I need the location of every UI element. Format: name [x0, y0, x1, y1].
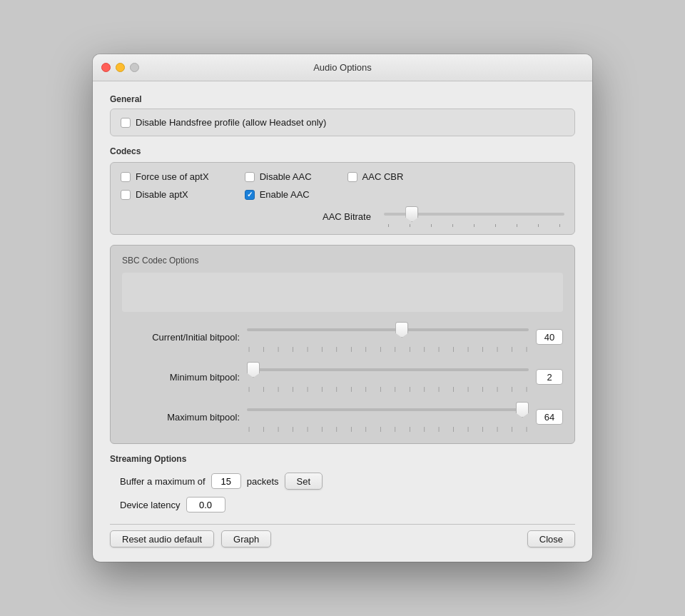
- content-area: General Disable Handsfree profile (allow…: [93, 81, 592, 562]
- buffer-prefix: Buffer a maximum of: [120, 476, 206, 487]
- disable-aptx-label[interactable]: Disable aptX: [136, 189, 188, 200]
- max-bitpool-value[interactable]: 64: [536, 409, 563, 425]
- general-section-box: Disable Handsfree profile (allow Headset…: [110, 108, 575, 136]
- aac-bitrate-label: AAC Bitrate: [323, 211, 371, 222]
- streaming-section-label: Streaming Options: [110, 454, 575, 464]
- max-bitpool-thumb[interactable]: [516, 402, 529, 418]
- codecs-section-label: Codecs: [110, 146, 575, 156]
- current-bitpool-track: [247, 328, 529, 331]
- disable-aptx-row: Disable aptX: [121, 188, 209, 201]
- zoom-window-button[interactable]: [130, 63, 139, 72]
- aac-bitrate-slider-wrap: [384, 206, 564, 227]
- disable-aac-row: Disable AAC: [245, 170, 312, 183]
- max-bitpool-slider-wrap: ||||||||||||||||||||: [247, 402, 529, 432]
- codecs-left-col: Force use of aptX Disable aptX: [121, 170, 209, 201]
- min-bitpool-slider[interactable]: [247, 368, 529, 384]
- sbc-label: SBC Codec Options: [122, 256, 563, 266]
- min-bitpool-label: Minimum bitpool:: [122, 372, 240, 383]
- titlebar: Audio Options: [93, 54, 592, 81]
- force-aptx-row: Force use of aptX: [121, 170, 209, 183]
- current-bitpool-row: Current/Initial bitpool: |||||||||||||||…: [122, 322, 563, 352]
- force-aptx-checkbox[interactable]: [121, 172, 131, 182]
- disable-aac-label[interactable]: Disable AAC: [260, 171, 312, 182]
- current-bitpool-slider-wrap: ||||||||||||||||||||: [247, 322, 529, 352]
- aac-bitrate-ticks: [384, 224, 564, 227]
- enable-aac-row: Enable AAC: [245, 188, 312, 201]
- latency-row: Device latency: [120, 497, 575, 513]
- buffer-value-input[interactable]: [211, 473, 241, 489]
- current-bitpool-label: Current/Initial bitpool:: [122, 332, 240, 343]
- latency-value-input[interactable]: [186, 497, 225, 513]
- min-bitpool-thumb[interactable]: [247, 362, 260, 378]
- aac-bitrate-thumb[interactable]: [405, 206, 418, 222]
- current-bitpool-ticks: ||||||||||||||||||||: [247, 345, 529, 352]
- max-bitpool-track: [247, 408, 529, 411]
- audio-options-window: Audio Options General Disable Handsfree …: [93, 54, 592, 562]
- traffic-lights: [101, 63, 139, 72]
- aac-cbr-label[interactable]: AAC CBR: [362, 171, 404, 182]
- max-bitpool-row: Maximum bitpool: |||||||||||||||||||| 64: [122, 402, 563, 432]
- buffer-suffix: packets: [247, 476, 279, 487]
- footer-buttons: Reset audio default Graph Close: [110, 524, 575, 547]
- min-bitpool-row: Minimum bitpool: |||||||||||||||||||| 2: [122, 362, 563, 392]
- enable-aac-checkbox[interactable]: [245, 190, 255, 200]
- disable-handsfree-row: Disable Handsfree profile (allow Headset…: [121, 116, 564, 129]
- min-bitpool-slider-wrap: ||||||||||||||||||||: [247, 362, 529, 392]
- min-bitpool-value[interactable]: 2: [536, 369, 563, 385]
- disable-aac-checkbox[interactable]: [245, 172, 255, 182]
- general-section-label: General: [110, 94, 575, 104]
- aac-cbr-checkbox[interactable]: [347, 172, 357, 182]
- max-bitpool-slider[interactable]: [247, 408, 529, 424]
- max-bitpool-ticks: ||||||||||||||||||||: [247, 425, 529, 432]
- codecs-center-col: Disable AAC Enable AAC: [245, 170, 312, 201]
- set-button[interactable]: Set: [285, 473, 323, 490]
- close-window-button[interactable]: [101, 63, 111, 72]
- reset-audio-default-button[interactable]: Reset audio default: [110, 530, 214, 547]
- aac-cbr-row: AAC CBR: [347, 170, 404, 183]
- codecs-section-box: Force use of aptX Disable aptX Disable A…: [110, 162, 575, 235]
- codecs-right-col: AAC CBR: [347, 170, 404, 201]
- disable-handsfree-checkbox[interactable]: [121, 118, 131, 128]
- force-aptx-label[interactable]: Force use of aptX: [136, 171, 209, 182]
- minimize-window-button[interactable]: [116, 63, 125, 72]
- graph-button[interactable]: Graph: [221, 530, 271, 547]
- aac-bitrate-track: [384, 213, 564, 216]
- sbc-inner-box: SBC Codec Options Current/Initial bitpoo…: [110, 245, 575, 444]
- buffer-row: Buffer a maximum of packets Set: [120, 473, 575, 490]
- sbc-inner-top-area: [122, 273, 563, 312]
- disable-aptx-checkbox[interactable]: [121, 190, 131, 200]
- current-bitpool-value[interactable]: 40: [536, 329, 563, 345]
- streaming-rows: Buffer a maximum of packets Set Device l…: [110, 468, 575, 513]
- streaming-section: Streaming Options Buffer a maximum of pa…: [110, 454, 575, 513]
- sbc-section: SBC Codec Options Current/Initial bitpoo…: [110, 245, 575, 444]
- aac-bitrate-slider[interactable]: [384, 206, 564, 223]
- latency-label: Device latency: [120, 500, 181, 510]
- aac-bitrate-row: AAC Bitrate: [121, 206, 564, 227]
- close-button[interactable]: Close: [527, 530, 575, 547]
- current-bitpool-slider[interactable]: [247, 328, 529, 344]
- max-bitpool-label: Maximum bitpool:: [122, 412, 240, 423]
- min-bitpool-ticks: ||||||||||||||||||||: [247, 385, 529, 392]
- enable-aac-label[interactable]: Enable AAC: [260, 189, 310, 200]
- window-title: Audio Options: [313, 62, 372, 73]
- disable-handsfree-label[interactable]: Disable Handsfree profile (allow Headset…: [136, 117, 326, 128]
- min-bitpool-track: [247, 368, 529, 371]
- current-bitpool-thumb[interactable]: [395, 322, 408, 338]
